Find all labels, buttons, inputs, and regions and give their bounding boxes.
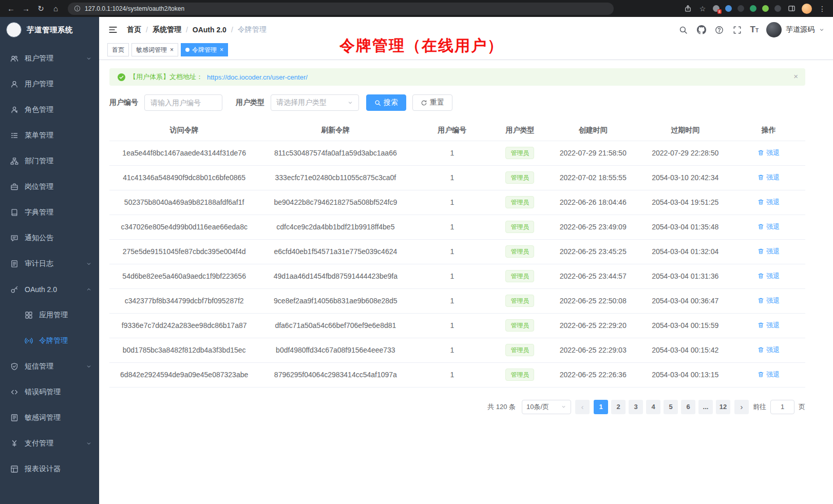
tab-home[interactable]: 首页 [107,43,129,56]
extension-icon[interactable] [737,5,744,12]
sidebar-item-menu[interactable]: 菜单管理 [0,123,99,148]
sidebar-item-report[interactable]: 报表设计器 [0,456,99,482]
forward-icon[interactable]: → [19,2,33,15]
force-logout-button[interactable]: 强退 [758,272,780,281]
bookmark-star-icon[interactable]: ☆ [698,4,707,13]
alert-text: 【用户体系】文档地址： [129,72,203,82]
force-logout-button[interactable]: 强退 [758,296,780,305]
force-logout-button[interactable]: 强退 [758,370,780,379]
column-header: 用户类型 [492,120,547,141]
browser-profile-avatar[interactable] [802,4,812,14]
sidebar-item-role[interactable]: 角色管理 [0,97,99,123]
user-menu[interactable]: 芋道源码 [766,22,825,37]
search-button-label: 搜索 [384,98,398,107]
sidebar-item-label: 租户管理 [25,54,86,63]
force-logout-button[interactable]: 强退 [758,148,780,158]
back-icon[interactable]: ← [4,2,18,15]
tab-sensitive-words[interactable]: 敏感词管理× [131,43,178,56]
user-type-tag: 管理员 [505,319,534,332]
force-logout-button[interactable]: 强退 [758,321,780,330]
extension-icon[interactable] [725,5,732,12]
expire-time-cell: 2054-03-04 00:15:42 [638,338,732,362]
extension-icon[interactable] [750,5,756,12]
page-button-1[interactable]: 1 [594,400,608,414]
prev-page-button[interactable]: ‹ [575,400,590,414]
page-button-3[interactable]: 3 [629,400,643,414]
url-bar[interactable]: 127.0.0.1:1024/system/oauth2/token [68,3,614,15]
sidebar-item-post[interactable]: 岗位管理 [0,174,99,200]
force-logout-button[interactable]: 强退 [758,173,780,182]
sidebar-item-sms[interactable]: 短信管理 [0,354,99,379]
chevron-up-icon [86,286,92,293]
force-logout-button[interactable]: 强退 [758,222,780,231]
page-button-2[interactable]: 2 [611,400,626,414]
breadcrumb-oauth[interactable]: OAuth 2.0 [193,26,226,34]
home-icon[interactable]: ⌂ [49,2,63,15]
breadcrumb-separator: / [186,26,188,34]
page-button-12[interactable]: 12 [716,400,730,414]
help-icon[interactable] [714,25,725,35]
browser-chrome: ← → ↻ ⌂ 127.0.0.1:1024/system/oauth2/tok… [0,0,833,17]
page-button-5[interactable]: 5 [664,400,678,414]
page-button-6[interactable]: 6 [681,400,695,414]
tab-token-management[interactable]: 令牌管理× [181,43,228,56]
search-icon[interactable] [678,25,689,35]
sidebar-item-token[interactable]: 令牌管理 [0,328,99,354]
goto-page-input[interactable] [770,400,794,414]
table-row: 275e5de9151045fe87cbdc395e004f4de6cfd40e… [109,239,805,264]
extension-icon[interactable] [762,5,769,12]
refresh-token-cell: 49d1aa46d1454fbd87591444423be9fa [259,264,412,288]
sidebar-item-label: 报表设计器 [25,464,92,474]
user-type-tag: 管理员 [505,171,534,184]
sidebar-item-dict[interactable]: 字典管理 [0,200,99,225]
close-icon[interactable]: × [793,72,798,81]
reload-icon[interactable]: ↻ [34,2,48,15]
force-logout-button[interactable]: 强退 [758,345,780,355]
sidebar-item-oauth[interactable]: OAuth 2.0 [0,277,99,302]
sidebar-item-dept[interactable]: 部门管理 [0,148,99,174]
font-size-icon[interactable]: TT [750,25,759,35]
page-button-4[interactable]: 4 [646,400,660,414]
fullscreen-icon[interactable] [732,25,743,35]
user-type-cell: 管理员 [492,264,547,288]
site-info-icon[interactable] [74,5,81,12]
table-row: c342377bf8b344799dcbf7bf095287f29ce8ef2a… [109,288,805,313]
extension-icon[interactable]: 8 [713,5,720,12]
browser-menu-icon[interactable]: ⋮ [818,4,827,13]
page-ellipsis[interactable]: ... [698,400,713,414]
next-page-button[interactable]: › [734,400,749,414]
refresh-token-cell: dfa6c71a50a54c66bef706ef9e6e8d81 [259,313,412,338]
close-icon[interactable]: × [170,47,174,53]
sidebar-item-errcode[interactable]: 错误码管理 [0,379,99,405]
page-size-select[interactable]: 10条/页 [522,400,571,414]
force-logout-button[interactable]: 强退 [758,247,780,256]
close-icon[interactable]: × [220,47,223,53]
chevron-down-icon [86,440,92,447]
user-type-cell: 管理员 [492,215,547,239]
side-panel-icon[interactable] [787,4,796,13]
share-icon[interactable] [683,4,692,13]
sidebar-item-tenant[interactable]: 租户管理 [0,46,99,71]
user-type-label: 用户类型 [236,98,264,107]
sidebar-item-label: 岗位管理 [25,182,92,191]
search-button[interactable]: 搜索 [366,94,406,111]
create-time-cell: 2022-06-25 22:29:03 [548,338,638,362]
extension-icon[interactable] [774,5,781,12]
reset-button[interactable]: 重置 [412,94,452,111]
github-icon[interactable] [696,25,707,35]
breadcrumb-home[interactable]: 首页 [127,25,141,34]
user-type-select[interactable]: 请选择用户类型 [271,94,359,111]
sidebar-item-pay[interactable]: 支付管理 [0,431,99,456]
sidebar-collapse-icon[interactable] [104,21,122,38]
user-type-tag: 管理员 [505,147,534,159]
user-id-input[interactable] [144,94,222,111]
breadcrumb-system[interactable]: 系统管理 [153,25,181,34]
sidebar-item-app[interactable]: 应用管理 [0,302,99,328]
force-logout-button[interactable]: 强退 [758,198,780,207]
sidebar-item-user[interactable]: 用户管理 [0,71,99,97]
sidebar-item-log[interactable]: 审计日志 [0,251,99,277]
sidebar-item-sensitive[interactable]: 敏感词管理 [0,405,99,431]
sidebar-item-notice[interactable]: 通知公告 [0,225,99,251]
doc-link[interactable]: https://doc.iocoder.cn/user-center/ [207,73,308,81]
table-row: 41c41346a548490f9dc8b01c6bfe0865333ecfc7… [109,165,805,190]
